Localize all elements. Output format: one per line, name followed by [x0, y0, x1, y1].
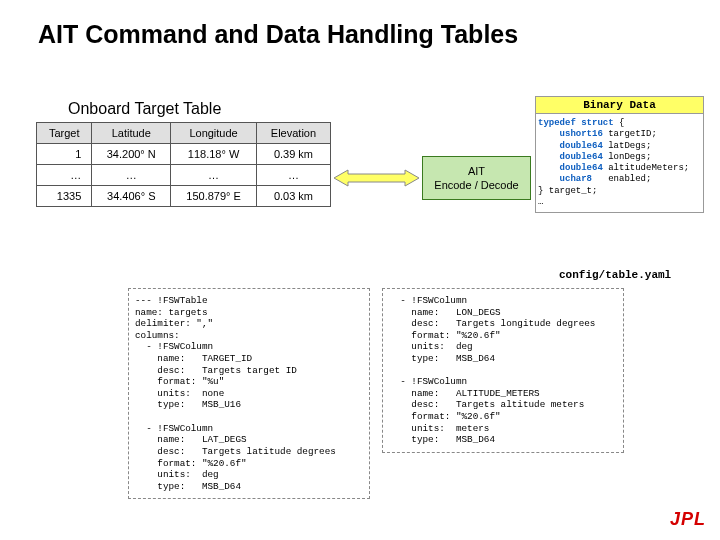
cell-lat: 34.200° N — [92, 144, 171, 165]
page-title: AIT Command and Data Handling Tables — [38, 20, 518, 49]
cell-target: 1 — [37, 144, 92, 165]
table-row: 1335 34.406° S 150.879° E 0.03 km — [37, 186, 331, 207]
cell-lat: 34.406° S — [92, 186, 171, 207]
yaml-right-box: - !FSWColumn name: LON_DEGS desc: Target… — [382, 288, 624, 453]
binary-data-block: Binary Data typedef struct { ushort16 ta… — [535, 96, 704, 213]
yaml-left-box: --- !FSWTable name: targets delimiter: "… — [128, 288, 370, 499]
svg-marker-0 — [334, 170, 419, 186]
table-row: 1 34.200° N 118.18° W 0.39 km — [37, 144, 331, 165]
col-latitude: Latitude — [92, 123, 171, 144]
cell-elev: … — [256, 165, 330, 186]
binary-data-body: typedef struct { ushort16 targetID; doub… — [535, 113, 704, 213]
cell-elev: 0.03 km — [256, 186, 330, 207]
cell-target: … — [37, 165, 92, 186]
cell-elev: 0.39 km — [256, 144, 330, 165]
double-arrow-icon — [334, 168, 419, 188]
onboard-table: Target Latitude Longitude Elevation 1 34… — [36, 122, 331, 207]
cell-lon: … — [171, 165, 257, 186]
binary-data-title: Binary Data — [535, 96, 704, 113]
col-longitude: Longitude — [171, 123, 257, 144]
cell-target: 1335 — [37, 186, 92, 207]
onboard-target-table-block: Onboard Target Table Target Latitude Lon… — [36, 100, 331, 207]
col-target: Target — [37, 123, 92, 144]
encode-decode-label: AIT Encode / Decode — [434, 164, 518, 193]
cell-lon: 150.879° E — [171, 186, 257, 207]
encode-decode-box: AIT Encode / Decode — [422, 156, 531, 200]
cell-lat: … — [92, 165, 171, 186]
jpl-logo: JPL — [670, 509, 706, 530]
onboard-table-caption: Onboard Target Table — [68, 100, 331, 118]
yaml-caption: config/table.yaml — [559, 269, 671, 281]
cell-lon: 118.18° W — [171, 144, 257, 165]
table-row: … … … … — [37, 165, 331, 186]
col-elevation: Elevation — [256, 123, 330, 144]
